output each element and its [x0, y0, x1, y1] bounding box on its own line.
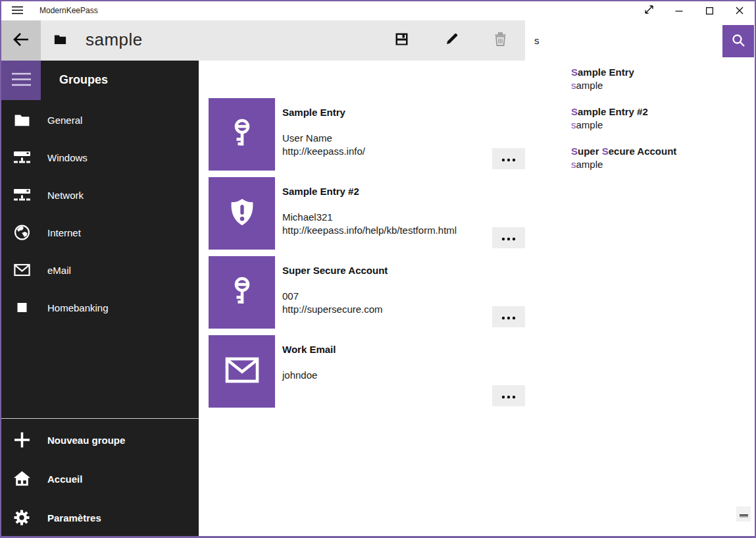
- trash-icon: [494, 32, 507, 49]
- entry-tile: [209, 98, 275, 171]
- database-title: sample: [86, 30, 143, 50]
- sidebar-item-network[interactable]: Network: [1, 176, 199, 213]
- sidebar-item-label: Homebanking: [47, 302, 109, 313]
- more-dots-icon: [501, 390, 516, 402]
- entry-row[interactable]: Super Secure Account007http://supersecur…: [209, 256, 531, 329]
- suggestion-subtitle: sample: [571, 158, 676, 171]
- search-suggestion[interactable]: Super Secure Accountsample: [571, 145, 676, 179]
- window-controls: [634, 1, 755, 20]
- save-icon: [395, 32, 409, 49]
- sidebar-footer-item-settings[interactable]: Paramètres: [1, 498, 199, 537]
- ethernet-icon: [13, 187, 31, 202]
- hamburger-icon: [12, 72, 31, 89]
- minimize-button[interactable]: [664, 1, 694, 20]
- titlebar-menu-button[interactable]: [1, 1, 33, 20]
- fullscreen-button[interactable]: [634, 1, 664, 20]
- magnifier-icon: [731, 33, 745, 50]
- suggestion-subtitle: sample: [571, 79, 634, 92]
- mail-icon: [13, 263, 31, 276]
- more-dots-icon: [501, 232, 516, 244]
- sidebar: Groupes GeneralWindowsNetworkInterneteMa…: [1, 61, 199, 536]
- groups-header: Groupes: [59, 73, 108, 87]
- maximize-icon: [706, 5, 713, 17]
- search-suggestion[interactable]: Sample Entrysample: [571, 66, 634, 100]
- sidebar-item-email[interactable]: eMail: [1, 251, 199, 288]
- home-icon: [13, 471, 31, 487]
- entry-title: Super Secure Account: [282, 265, 388, 276]
- entry-title: Sample Entry: [282, 107, 345, 118]
- sidebar-footer-item-home[interactable]: Accueil: [1, 460, 199, 498]
- save-button[interactable]: [386, 24, 417, 57]
- more-dots-icon: [501, 153, 516, 165]
- sidebar-footer-item-new-group[interactable]: Nouveau groupe: [1, 421, 199, 459]
- expand-icon: [644, 5, 654, 17]
- sidebar-item-internet[interactable]: Internet: [1, 213, 199, 251]
- entry-url: http://supersecure.com: [282, 304, 383, 315]
- app-window: ModernKeePass: [0, 0, 756, 538]
- search-input[interactable]: s: [525, 20, 720, 61]
- key-icon: [226, 117, 258, 151]
- maximize-button[interactable]: [694, 1, 724, 20]
- entry-more-button[interactable]: [492, 148, 525, 169]
- square-icon: [13, 299, 31, 315]
- close-icon: [736, 5, 743, 17]
- titlebar: ModernKeePass: [1, 1, 755, 20]
- entry-tile: [209, 335, 275, 408]
- entry-username: User Name: [282, 132, 332, 144]
- more-dots-icon: [501, 311, 516, 323]
- sidebar-footer-label: Paramètres: [47, 512, 101, 524]
- globe-icon: [13, 224, 31, 240]
- entry-more-button[interactable]: [492, 306, 525, 327]
- entry-username: Michael321: [282, 211, 333, 223]
- group-list: GeneralWindowsNetworkInterneteMailHomeba…: [1, 101, 199, 326]
- entry-row[interactable]: Work Emailjohndoe: [209, 335, 531, 408]
- pencil-icon: [445, 32, 459, 49]
- entry-row[interactable]: Sample EntryUser Namehttp://keepass.info…: [209, 98, 531, 171]
- search-area: s: [525, 20, 755, 61]
- minimize-icon: [675, 5, 683, 17]
- sidebar-item-label: General: [47, 114, 82, 125]
- entry-more-button[interactable]: [492, 385, 525, 406]
- app-title: ModernKeePass: [39, 1, 98, 20]
- shield-icon: [227, 197, 257, 230]
- hamburger-icon: [12, 5, 23, 17]
- envelope-icon: [225, 357, 259, 386]
- suggestion-title: Sample Entry #2: [571, 105, 648, 119]
- search-suggestion[interactable]: Sample Entry #2sample: [571, 105, 648, 140]
- edit-button[interactable]: [436, 24, 467, 57]
- minus-icon: [740, 508, 748, 520]
- entry-title: Sample Entry #2: [282, 186, 359, 197]
- appbar: sample s: [1, 20, 755, 61]
- sidebar-footer-label: Accueil: [47, 473, 82, 485]
- key-icon: [226, 275, 258, 309]
- entry-tile: [209, 256, 275, 329]
- sidebar-item-label: eMail: [47, 264, 71, 275]
- sidebar-item-label: Windows: [47, 151, 88, 163]
- close-button[interactable]: [724, 1, 755, 20]
- entry-more-button[interactable]: [492, 227, 525, 248]
- sidebar-item-general[interactable]: General: [1, 101, 199, 138]
- sidebar-item-homebanking[interactable]: Homebanking: [1, 288, 199, 326]
- zoom-out-button[interactable]: [736, 506, 751, 522]
- suggestion-title: Super Secure Account: [571, 145, 676, 158]
- sidebar-item-label: Internet: [47, 227, 81, 238]
- plus-icon: [13, 431, 31, 449]
- entry-tile: [209, 177, 275, 250]
- entry-row[interactable]: Sample Entry #2Michael321http://keepass.…: [209, 177, 531, 250]
- entry-username: johndoe: [282, 369, 317, 381]
- sidebar-item-windows[interactable]: Windows: [1, 138, 199, 176]
- sidebar-hamburger-button[interactable]: [1, 61, 41, 100]
- search-suggestions: Sample EntrysampleSample Entry #2sampleS…: [525, 61, 755, 180]
- folder-icon: [54, 34, 66, 47]
- delete-button[interactable]: [484, 24, 516, 57]
- back-button[interactable]: [1, 20, 41, 61]
- folder-icon: [13, 113, 31, 126]
- ethernet-icon: [13, 149, 31, 165]
- entry-url: http://keepass.info/help/kb/testform.htm…: [282, 225, 457, 236]
- entry-url: http://keepass.info/: [282, 146, 365, 157]
- search-button[interactable]: [722, 25, 754, 57]
- back-arrow-icon: [13, 31, 30, 51]
- sidebar-footer-label: Nouveau groupe: [47, 435, 125, 446]
- sidebar-item-label: Network: [47, 189, 84, 200]
- entry-title: Work Email: [282, 344, 336, 355]
